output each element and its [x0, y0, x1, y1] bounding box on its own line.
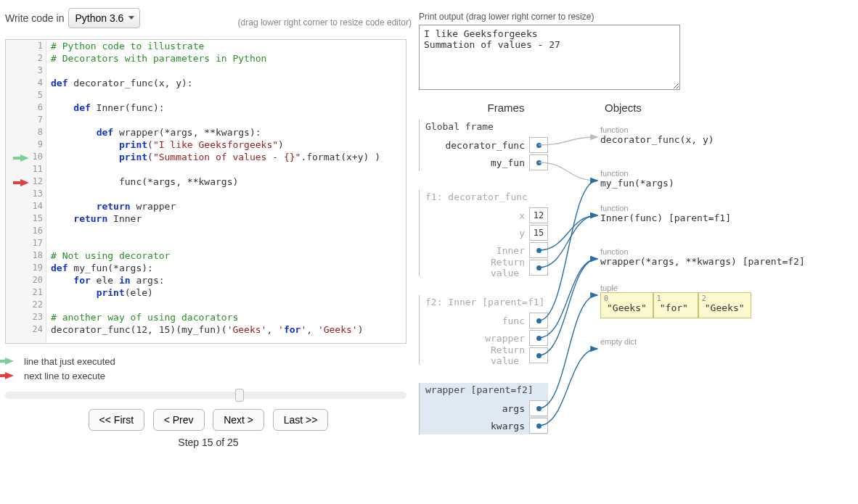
var-name: wrapper [485, 333, 529, 344]
var-ref-cell [529, 260, 548, 276]
code-line[interactable]: print("Summation of values - {}".format(… [51, 151, 406, 163]
var-name: decorator_func [445, 140, 529, 151]
frame-title: f2: Inner [parent=f1] [425, 295, 548, 312]
frame-var: x12 [425, 207, 548, 224]
frame-var: Inner [425, 241, 548, 259]
code-line[interactable] [51, 163, 406, 175]
prev-button[interactable]: < Prev [153, 409, 205, 431]
code-line[interactable]: # Decorators with parameters in Python [51, 52, 406, 65]
var-value-cell: 15 [529, 225, 548, 241]
var-ref-cell [529, 400, 548, 416]
object-o_wrapper: functionwrapper(*args, **kwargs) [parent… [600, 247, 805, 267]
step-slider-thumb[interactable] [235, 389, 244, 402]
var-name: kwargs [491, 421, 529, 431]
var-name: x [519, 210, 529, 221]
next-button[interactable]: Next > [213, 409, 264, 431]
tuple-cell: 2"Geeks" [698, 292, 751, 318]
code-line[interactable]: def my_fun(*args): [51, 262, 406, 274]
var-name: args [502, 403, 529, 414]
frame-var: Return value [425, 259, 548, 276]
frame-var: args [425, 400, 548, 417]
step-counter: Step 15 of 25 [5, 437, 412, 448]
code-line[interactable] [51, 299, 406, 311]
code-line[interactable] [51, 188, 406, 200]
frame-global: Global framedecorator_funcmy_fun [419, 120, 548, 171]
tuple-cell: 1"for" [653, 292, 698, 318]
code-line[interactable] [51, 89, 406, 102]
code-line[interactable]: def Inner(func): [51, 102, 406, 114]
var-ref-cell [529, 330, 548, 346]
code-line[interactable] [51, 65, 406, 77]
code-line[interactable]: return wrapper [51, 200, 406, 212]
object-text: Inner(func) [parent=f1] [600, 212, 731, 223]
code-line[interactable]: print("I like Geeksforgeeks") [51, 139, 406, 151]
frame-var: decorator_func [425, 136, 548, 154]
object-o_empty: empty dict [600, 337, 637, 346]
code-line[interactable]: decorator_func(12, 15)(my_fun)('Geeks', … [51, 323, 406, 336]
code-line[interactable]: # another way of using dacorators [51, 311, 406, 323]
frame-var: my_fun [425, 154, 548, 171]
tuple-cell: 0"Geeks" [600, 292, 653, 318]
object-o_dec: functiondecorator_func(x, y) [600, 125, 714, 145]
frame-title: f1: decorator_func [425, 190, 548, 207]
code-editor[interactable]: 123456789101112131415161718192021222324 … [5, 39, 406, 344]
code-line[interactable]: # Python code to illustrate [51, 40, 406, 52]
frame-var: func [425, 312, 548, 329]
code-line[interactable]: for ele in args: [51, 274, 406, 286]
object-type-label: tuple [600, 284, 751, 292]
code-line[interactable]: return Inner [51, 212, 406, 225]
editor-resize-hint: (drag lower right corner to resize code … [238, 17, 412, 28]
objects-header: Objects [593, 102, 738, 114]
frame-var: kwargs [425, 417, 548, 434]
legend-next-arrow-icon [5, 372, 20, 379]
var-ref-cell [529, 418, 548, 434]
legend-next-text: next line to execute [24, 371, 105, 381]
code-line[interactable]: print(ele) [51, 286, 406, 299]
frame-var: wrapper [425, 329, 548, 347]
frame-wrapper: wrapper [parent=f2]argskwargs [419, 383, 548, 434]
object-o_inner: functionInner(func) [parent=f1] [600, 204, 731, 223]
object-text: my_fun(*args) [600, 178, 674, 189]
code-line[interactable] [51, 225, 406, 237]
frame-f1: f1: decorator_funcx12y15InnerReturn valu… [419, 190, 548, 276]
object-o_tuple: tuple0"Geeks"1"for"2"Geeks" [600, 284, 751, 318]
var-ref-cell [529, 242, 548, 258]
object-type-label: function [600, 169, 674, 178]
step-slider[interactable] [5, 392, 406, 399]
var-name: Inner [497, 245, 529, 256]
code-line[interactable] [51, 114, 406, 126]
last-button[interactable]: Last >> [273, 409, 329, 431]
var-ref-cell [529, 137, 548, 153]
frames-header: Frames [419, 102, 593, 114]
frame-f2: f2: Inner [parent=f1]funcwrapperReturn v… [419, 295, 548, 364]
frame-var: y15 [425, 224, 548, 241]
object-type-label: function [600, 247, 805, 256]
var-name: Return value [491, 257, 529, 278]
prev-line-arrow-icon [20, 154, 29, 162]
code-line[interactable] [51, 237, 406, 249]
var-name: y [519, 228, 529, 239]
code-line[interactable]: # Not using decorator [51, 249, 406, 262]
object-type-label: function [600, 204, 731, 212]
frame-title: wrapper [parent=f2] [425, 383, 548, 400]
legend-prev-text: line that just executed [24, 356, 115, 367]
var-ref-cell [529, 154, 548, 170]
code-line[interactable]: func(*args, **kwargs) [51, 175, 406, 188]
var-name: Return value [491, 344, 529, 366]
object-text: decorator_func(x, y) [600, 134, 714, 145]
code-line[interactable]: def decorator_func(x, y): [51, 77, 406, 89]
var-ref-cell [529, 313, 548, 329]
frame-var: Return value [425, 347, 548, 364]
var-ref-cell [529, 347, 548, 363]
var-value-cell: 12 [529, 207, 548, 223]
object-o_myfun: functionmy_fun(*args) [600, 169, 674, 189]
frame-title: Global frame [425, 120, 548, 136]
language-select[interactable]: Python 3.6 [68, 8, 140, 28]
var-name: my_fun [491, 157, 529, 168]
object-type-label: function [600, 125, 714, 134]
first-button[interactable]: << First [89, 409, 144, 431]
code-line[interactable]: def wrapper(*args, **kwargs): [51, 126, 406, 139]
legend-prev-arrow-icon [5, 358, 20, 365]
output-box[interactable]: I like Geeksforgeeks Summation of values… [419, 25, 680, 90]
output-label: Print output (drag lower right corner to… [419, 12, 854, 22]
